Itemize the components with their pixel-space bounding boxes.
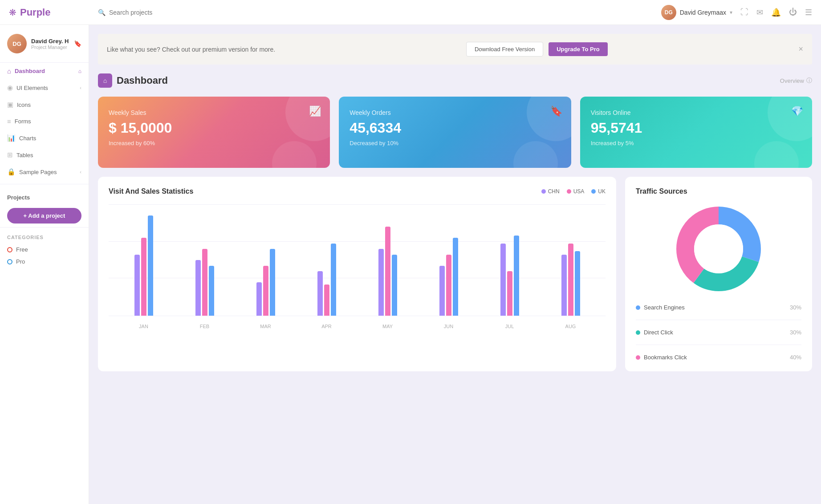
sidebar-item-sample-pages[interactable]: 🔒 Sample Pages ‹ — [0, 163, 89, 180]
sidebar-item-label: Icons — [17, 102, 31, 108]
direct-pct: 30% — [790, 329, 801, 336]
sidebar-item-tables[interactable]: ⊞ Tables — [0, 146, 89, 163]
bar-chn — [561, 255, 567, 316]
month-label: MAY — [357, 320, 418, 329]
page-title: Dashboard — [117, 75, 168, 86]
bar-chn — [134, 255, 140, 316]
mail-icon[interactable]: ✉ — [756, 8, 763, 17]
bar-uk — [270, 249, 275, 316]
search-input[interactable] — [109, 9, 198, 16]
user-name-nav: David Greymaax — [680, 9, 726, 16]
sidebar-item-dashboard[interactable]: ⌂ Dashboard ⌂ — [0, 63, 89, 79]
legend-direct-click: Direct Click 30% — [636, 329, 801, 336]
app-name: Purple — [20, 7, 50, 18]
month-label: MAR — [235, 320, 296, 329]
bar-chn — [317, 271, 323, 316]
bar-uk — [209, 266, 214, 316]
sidebar-item-label: Tables — [16, 152, 33, 159]
category-pro[interactable]: Pro — [0, 256, 89, 268]
overview-link[interactable]: Overview ⓘ — [780, 77, 812, 85]
icons-nav-icon: ▣ — [7, 101, 13, 109]
bar-chart: JANFEBMARAPRMAYJUNJULAUG — [109, 204, 606, 329]
power-icon[interactable]: ⏻ — [789, 8, 797, 17]
category-free[interactable]: Free — [0, 244, 89, 256]
donut-chart-card: Traffic Sources — [625, 177, 812, 371]
bell-icon[interactable]: 🔔 — [771, 8, 781, 17]
user-info-nav[interactable]: DG David Greymaax ▾ — [661, 5, 732, 20]
chevron-icon: ‹ — [80, 85, 81, 90]
sidebar-item-charts[interactable]: 📊 Charts — [0, 130, 89, 146]
month-group — [540, 204, 601, 316]
home-icon-right: ⌂ — [78, 68, 81, 74]
free-dot — [7, 247, 12, 252]
download-button[interactable]: Download Free Version — [466, 42, 543, 57]
expand-icon[interactable]: ⛶ — [740, 8, 748, 17]
bar-uk — [331, 244, 336, 316]
sales-label: Weekly Sales — [109, 109, 319, 116]
legend-chn: CHN — [541, 188, 560, 195]
logo-icon: ❋ — [9, 7, 16, 18]
banner-actions: Download Free Version Upgrade To Pro — [466, 42, 608, 57]
upgrade-button[interactable]: Upgrade To Pro — [549, 42, 608, 56]
sidebar-user-role: Project Manager — [31, 45, 69, 50]
banner-text: Like what you see? Check out our premium… — [107, 46, 275, 53]
bar-uk — [575, 251, 580, 316]
charts-icon: 📊 — [7, 134, 16, 142]
month-label: AUG — [540, 320, 601, 329]
donut-chart — [674, 204, 763, 293]
menu-icon[interactable]: ☰ — [805, 8, 812, 17]
month-group — [418, 204, 479, 316]
bar-usa — [568, 244, 573, 316]
add-project-button[interactable]: + Add a project — [7, 208, 81, 224]
bar-chn — [378, 249, 384, 316]
bottom-grid: Visit And Sales Statistics CHN USA UK — [98, 177, 812, 371]
stats-grid: 📈 Weekly Sales $ 15,0000 Increased by 60… — [98, 97, 812, 168]
sidebar-item-label: Sample Pages — [19, 169, 57, 175]
sidebar-item-forms[interactable]: ≡ Forms — [0, 113, 89, 130]
bar-uk — [514, 236, 519, 316]
orders-label: Weekly Orders — [350, 109, 560, 116]
category-pro-label: Pro — [16, 258, 25, 265]
bookmark-icon: 🔖 — [74, 40, 81, 47]
month-label: APR — [296, 320, 357, 329]
bar-usa — [385, 227, 390, 316]
visitors-change: Increased by 5% — [591, 140, 801, 146]
stat-card-orders: 🔖 Weekly Orders 45,6334 Decreased by 10% — [339, 97, 571, 168]
bar-usa — [263, 266, 268, 316]
sidebar-item-label: Charts — [19, 135, 36, 142]
chevron-down-icon: ▾ — [730, 9, 732, 16]
nav-right: DG David Greymaax ▾ ⛶ ✉ 🔔 ⏻ ☰ — [661, 5, 812, 20]
legend-usa: USA — [567, 188, 585, 195]
sidebar-user-name: David Grey. H — [31, 38, 69, 45]
direct-label: Direct Click — [644, 329, 673, 336]
bar-usa — [202, 249, 207, 316]
svg-point-3 — [694, 224, 743, 273]
sidebar-item-icons[interactable]: ▣ Icons — [0, 96, 89, 113]
bookmarks-label: Bookmarks Click — [644, 354, 687, 361]
bar-chn — [256, 282, 262, 316]
main-layout: DG David Grey. H Project Manager 🔖 ⌂ Das… — [0, 25, 821, 504]
close-icon[interactable]: × — [798, 45, 803, 54]
month-label: JUN — [418, 320, 479, 329]
sidebar-item-ui-elements[interactable]: ◉ UI Elements ‹ — [0, 79, 89, 96]
month-group — [479, 204, 540, 316]
category-free-label: Free — [16, 246, 28, 253]
donut-container — [636, 204, 801, 293]
avatar-nav: DG — [661, 5, 676, 20]
dashboard-icon: ⌂ — [98, 73, 112, 88]
tables-icon: ⊞ — [7, 151, 13, 159]
search-pct: 30% — [790, 304, 801, 311]
direct-dot — [636, 330, 640, 335]
month-group — [174, 204, 235, 316]
chart-legend: CHN USA UK — [541, 188, 606, 195]
search-area: 🔍 — [98, 9, 661, 16]
user-info-side: David Grey. H Project Manager — [31, 38, 69, 50]
bar-usa — [324, 285, 329, 316]
sidebar-item-label: Dashboard — [15, 68, 45, 74]
main-content: Like what you see? Check out our premium… — [89, 25, 821, 504]
info-icon: ⓘ — [806, 77, 812, 85]
chevron-icon: ‹ — [80, 169, 81, 175]
forms-icon: ≡ — [7, 118, 11, 125]
search-label: Search Engines — [644, 304, 685, 311]
donut-legend: Search Engines 30% Direct Click 30% — [636, 304, 801, 361]
